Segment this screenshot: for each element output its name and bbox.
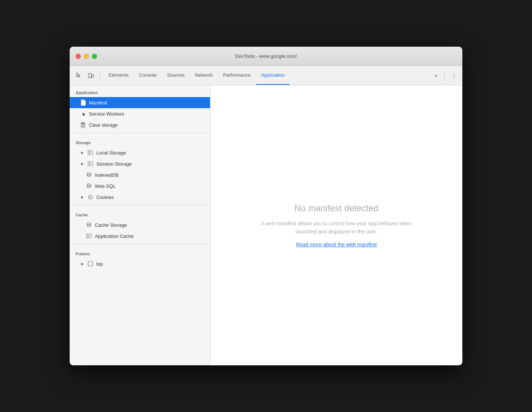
sidebar-section-application: Application [70, 85, 210, 97]
sidebar-item-local-storage[interactable]: ▶ Local Storage [70, 147, 210, 158]
database-icon-sql [86, 183, 92, 189]
tab-application[interactable]: Application [256, 66, 290, 85]
table-icon-local [87, 150, 93, 156]
application-cache-label: Application Cache [95, 233, 134, 239]
separator-1 [70, 133, 210, 133]
svg-point-24 [91, 197, 92, 197]
sidebar-item-cookies[interactable]: ▶ Cookies [70, 192, 210, 203]
sidebar-item-web-sql[interactable]: Web SQL [70, 180, 210, 192]
svg-rect-1 [92, 74, 94, 77]
svg-point-23 [89, 197, 90, 198]
database-icon-cache [86, 222, 92, 228]
local-storage-label: Local Storage [96, 150, 126, 156]
more-tabs-button[interactable]: » [431, 70, 441, 81]
svg-point-22 [90, 197, 91, 198]
expand-arrow-top: ▶ [80, 262, 84, 266]
toolbar-tabs: Elements Console Sources Network Perform… [103, 66, 430, 85]
expand-arrow-cookies: ▶ [80, 195, 84, 199]
svg-rect-4 [82, 122, 84, 123]
web-sql-label: Web SQL [95, 183, 116, 189]
cursor-icon [75, 72, 82, 79]
top-label: top [96, 261, 103, 267]
devtools-menu-button[interactable]: ⋮ [449, 70, 459, 81]
maximize-button[interactable] [92, 54, 97, 59]
window-title: DevTools - www.google.com/ [235, 53, 297, 59]
svg-point-20 [89, 196, 90, 197]
no-manifest-title: No manifest detected [295, 203, 379, 213]
separator-3 [70, 244, 210, 244]
sidebar-item-top[interactable]: ▶ top [70, 258, 210, 269]
manifest-empty-state: No manifest detected A web manifest allo… [255, 203, 418, 248]
main-panel: No manifest detected A web manifest allo… [210, 85, 462, 365]
main-content: Application Manifest Service [70, 85, 462, 365]
close-button[interactable] [76, 54, 81, 59]
tab-console[interactable]: Console [134, 66, 162, 85]
sidebar-item-session-storage[interactable]: ▶ Session Storage [70, 158, 210, 169]
table-icon-appcache [86, 233, 92, 239]
database-icon-indexed [86, 172, 92, 178]
minimize-button[interactable] [84, 54, 89, 59]
manifest-label: Manifest [89, 100, 107, 106]
sidebar-item-application-cache[interactable]: Application Cache [70, 230, 210, 242]
toolbar-divider [100, 70, 100, 81]
svg-rect-9 [88, 150, 93, 155]
service-workers-label: Service Workers [89, 111, 124, 117]
sidebar-item-cache-storage[interactable]: Cache Storage [70, 219, 210, 230]
expand-arrow-local: ▶ [80, 150, 84, 155]
tab-performance[interactable]: Performance [218, 66, 256, 85]
device-toggle-button[interactable] [85, 70, 97, 82]
frame-icon [87, 261, 93, 267]
toolbar: Elements Console Sources Network Perform… [70, 66, 462, 85]
separator-2 [70, 205, 210, 205]
sidebar-section-cache: Cache [70, 207, 210, 219]
sidebar-item-manifest[interactable]: Manifest [70, 97, 210, 108]
tab-sources[interactable]: Sources [162, 66, 190, 85]
manifest-learn-more-link[interactable]: Read more about the web manifest [296, 242, 377, 247]
svg-point-19 [89, 195, 93, 199]
expand-arrow-session: ▶ [80, 162, 84, 166]
sidebar-section-storage: Storage [70, 135, 210, 147]
gear-icon [80, 111, 86, 117]
file-icon [80, 100, 86, 106]
svg-point-21 [91, 196, 92, 197]
device-icon [88, 72, 94, 79]
clear-storage-label: Clear storage [89, 122, 118, 128]
svg-rect-30 [88, 262, 93, 266]
sidebar-section-frames: Frames [70, 246, 210, 258]
sidebar-item-service-workers[interactable]: Service Workers [70, 108, 210, 119]
table-icon-session [87, 161, 93, 167]
trash-icon [80, 122, 86, 128]
indexeddb-label: IndexedDB [95, 172, 119, 178]
devtools-window: DevTools - www.google.com/ Elements Cons… [70, 47, 462, 365]
svg-point-25 [87, 223, 91, 224]
toolbar-divider-2 [444, 70, 445, 81]
cache-storage-label: Cache Storage [95, 222, 127, 228]
svg-point-17 [87, 173, 91, 174]
session-storage-label: Session Storage [96, 161, 132, 167]
traffic-lights [76, 54, 97, 59]
svg-point-18 [87, 184, 91, 185]
sidebar: Application Manifest Service [70, 85, 210, 365]
cookies-label: Cookies [96, 195, 114, 200]
sidebar-item-clear-storage[interactable]: Clear storage [70, 119, 210, 130]
cookie-icon [87, 194, 93, 200]
svg-rect-13 [88, 161, 93, 166]
title-bar: DevTools - www.google.com/ [70, 47, 462, 66]
sidebar-item-indexeddb[interactable]: IndexedDB [70, 169, 210, 180]
svg-rect-26 [86, 233, 92, 239]
tab-elements[interactable]: Elements [103, 66, 134, 85]
manifest-empty-description: A web manifest allows you to control how… [255, 219, 418, 236]
tab-network[interactable]: Network [190, 66, 218, 85]
inspect-element-button[interactable] [73, 70, 84, 82]
svg-rect-3 [81, 123, 85, 124]
